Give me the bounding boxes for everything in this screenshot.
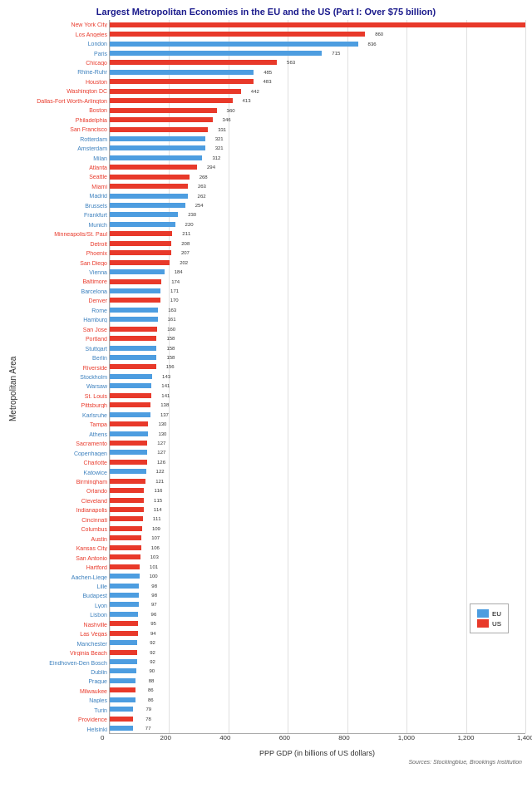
bar-value-label: 254: [195, 203, 204, 208]
bar-row: 294: [110, 165, 525, 170]
bar-row: 103: [110, 554, 525, 559]
bar-eu: 130: [110, 431, 148, 436]
bar-us: 170: [110, 298, 160, 303]
bar-us: 86: [110, 687, 135, 692]
bar-value-label: 127: [157, 450, 165, 455]
bar-value-label: 94: [150, 631, 156, 636]
bar-row: 127: [110, 450, 525, 455]
bar-row: 115: [110, 498, 525, 503]
x-tick-label: 400: [219, 734, 230, 741]
city-label: Pittsburgh: [17, 402, 109, 408]
city-label: Manchester: [17, 641, 109, 647]
bar-row: 121: [110, 479, 525, 484]
bar-eu: 230: [110, 212, 178, 217]
bar-eu: 184: [110, 269, 165, 274]
bar-us: 563: [110, 60, 277, 65]
chart-body: Metropolitan Area New York CityLos Angel…: [7, 20, 525, 757]
city-label: Riverside: [17, 365, 109, 371]
bar-us: 263: [110, 184, 188, 189]
city-label: Warsaw: [17, 383, 109, 389]
city-label: Brussels: [17, 203, 109, 209]
bar-eu: 137: [110, 412, 150, 417]
bar-row: 1403: [110, 22, 525, 27]
bar-us: 1403: [110, 22, 525, 27]
bar-row: 130: [110, 431, 525, 436]
bar-value-label: 100: [150, 574, 158, 579]
bar-eu: 836: [110, 42, 358, 47]
bar-row: 138: [110, 402, 525, 407]
bar-value-label: 101: [150, 564, 158, 569]
city-label: Lisbon: [17, 612, 109, 618]
bar-row: 143: [110, 374, 525, 379]
city-label: San Francisco: [17, 126, 109, 132]
bar-value-label: 268: [200, 175, 208, 180]
bar-value-label: 86: [148, 697, 154, 702]
bar-row: 96: [110, 612, 525, 617]
city-label: Houston: [17, 79, 109, 85]
city-label: Virginia Beach: [17, 650, 109, 656]
bar-row: 331: [110, 127, 525, 132]
city-label: Austin: [17, 536, 109, 542]
bar-row: 171: [110, 288, 525, 293]
bar-us: 174: [110, 279, 161, 284]
bar-eu: 485: [110, 70, 254, 75]
bar-us: 111: [110, 516, 143, 521]
bar-value-label: 78: [145, 717, 151, 722]
bar-us: 126: [110, 460, 147, 465]
city-label: Hartford: [17, 564, 109, 570]
city-label: Paris: [17, 51, 109, 57]
bar-row: 262: [110, 194, 525, 199]
x-tick-label: 1,200: [457, 734, 474, 741]
bar-value-label: 77: [145, 726, 151, 731]
bar-value-label: 92: [150, 650, 155, 655]
bar-value-label: 202: [180, 260, 188, 265]
city-label: Charlotte: [17, 460, 109, 466]
bar-us: 94: [110, 631, 138, 636]
bar-row: 442: [110, 89, 525, 94]
city-label: Aachen-Liege: [17, 574, 109, 580]
bar-value-label: 715: [332, 51, 340, 56]
bar-us: 860: [110, 32, 365, 37]
bar-row: 174: [110, 279, 525, 284]
bar-value-label: 115: [154, 498, 162, 503]
bar-value-label: 485: [264, 70, 272, 75]
bar-row: 127: [110, 441, 525, 446]
city-label: Frankfurt: [17, 212, 109, 218]
bar-us: 138: [110, 402, 150, 407]
bar-value-label: 107: [151, 535, 160, 540]
chart-title: Largest Metropolitan Economies in the EU…: [7, 7, 525, 17]
bar-us: 115: [110, 498, 144, 503]
bar-value-label: 130: [158, 421, 166, 426]
city-label: Lyon: [17, 603, 109, 608]
x-tick-label: 0: [101, 734, 104, 741]
bar-eu: 92: [110, 640, 137, 645]
bar-row: 207: [110, 250, 525, 255]
bar-row: 220: [110, 222, 525, 227]
city-label: Athens: [17, 431, 109, 437]
bar-us: 483: [110, 79, 254, 84]
x-axis-label: PPP GDP (in billions of US dollars): [109, 749, 525, 757]
bar-eu: 220: [110, 222, 175, 227]
bar-value-label: 79: [146, 707, 152, 712]
bar-value-label: 88: [149, 678, 155, 683]
city-label: Cincinnati: [17, 517, 109, 523]
bar-row: 130: [110, 421, 525, 426]
bar-value-label: 138: [160, 402, 169, 407]
bar-value-label: 331: [218, 127, 226, 132]
bar-eu: 92: [110, 659, 137, 664]
grid-line: [525, 20, 526, 733]
city-label: Milwaukee: [17, 688, 109, 694]
city-label: Rome: [17, 308, 109, 313]
bar-row: 413: [110, 98, 525, 103]
city-label: Stuttgart: [17, 346, 109, 352]
bar-eu: 98: [110, 593, 139, 598]
bar-row: 116: [110, 488, 525, 493]
bar-eu: 86: [110, 697, 135, 702]
bar-eu: 141: [110, 383, 151, 388]
bar-row: 156: [110, 364, 525, 369]
bar-row: 77: [110, 726, 525, 731]
bar-row: 485: [110, 70, 525, 75]
bar-row: 312: [110, 155, 525, 160]
x-tick-label: 1,000: [398, 734, 415, 741]
city-label: Philadelphia: [17, 117, 109, 123]
